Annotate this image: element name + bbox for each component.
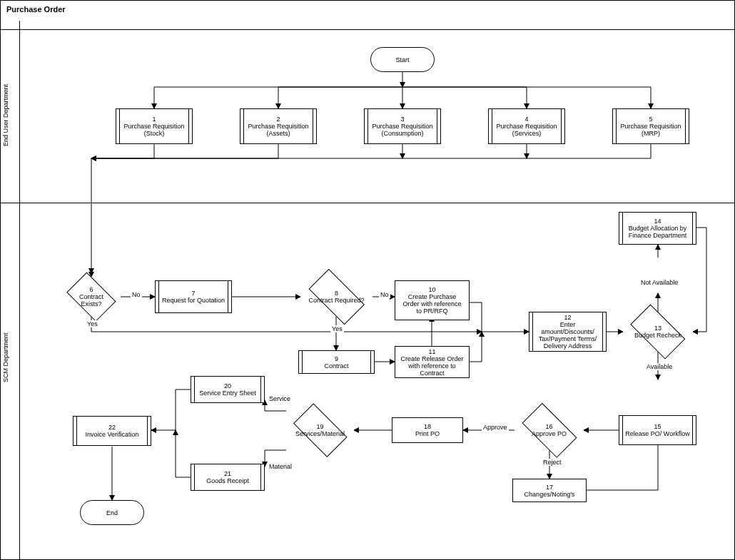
label-yes-1: Yes bbox=[330, 325, 344, 332]
label-notavail: Not Available bbox=[639, 279, 679, 286]
node-15: 15Release PO/ Workflow bbox=[619, 415, 696, 445]
node-8: 8Contract Required? bbox=[300, 277, 372, 317]
node-13: 13Budget Recheck bbox=[623, 312, 693, 352]
node-16: 16Approve PO bbox=[514, 410, 584, 450]
node-17: 17Changes/Noting's bbox=[512, 479, 587, 502]
node-19: 19Services/Material bbox=[286, 410, 354, 450]
lane-label-scm: SCM Department bbox=[2, 315, 18, 400]
label-no-2: No bbox=[379, 291, 390, 298]
node-7: 7Request for Quotation bbox=[155, 280, 232, 313]
node-4: 4Purchase Requisition (Services) bbox=[488, 108, 565, 144]
terminator-end: End bbox=[80, 500, 144, 525]
node-5: 5Purchase Requisition (MRP) bbox=[612, 108, 689, 144]
node-20: 20Service Entry Sheet bbox=[191, 376, 265, 403]
label-reject: Reject bbox=[542, 459, 563, 466]
terminator-start: Start bbox=[370, 47, 435, 72]
node-2: 2Purchase Requisition (Assets) bbox=[240, 108, 317, 144]
node-18: 18Print PO bbox=[392, 417, 463, 443]
node-9: 9Contract bbox=[298, 350, 375, 374]
lane-label-enduser: End User Department bbox=[2, 72, 18, 158]
label-service: Service bbox=[268, 395, 292, 402]
label-available: Available bbox=[645, 363, 674, 370]
node-14: 14Budget Allocation by Finance Departmen… bbox=[619, 212, 696, 245]
node-3: 3Purchase Requisition (Consumption) bbox=[364, 108, 441, 144]
node-1: 1Purchase Requisition (Stock) bbox=[116, 108, 193, 144]
label-material: Material bbox=[268, 463, 293, 470]
diagram-frame: Purchase Order End User Department SCM D… bbox=[0, 0, 735, 560]
node-6: 6Contract Exists? bbox=[62, 277, 121, 317]
swimlane-divider bbox=[1, 203, 734, 203]
node-22: 22Invoice Verification bbox=[73, 416, 151, 446]
label-yes-2: Yes bbox=[86, 320, 99, 327]
page-title: Purchase Order bbox=[1, 1, 734, 30]
node-11: 11Create Release Order with reference to… bbox=[395, 346, 470, 378]
label-no-1: No bbox=[131, 291, 142, 298]
node-21: 21Goods Receipt bbox=[191, 464, 265, 491]
node-12: 12Enter amount/Discounts/ Tax/Payment Te… bbox=[529, 312, 607, 352]
label-approve: Approve bbox=[482, 424, 509, 431]
node-10: 10Create Purchase Order with reference t… bbox=[395, 280, 470, 320]
